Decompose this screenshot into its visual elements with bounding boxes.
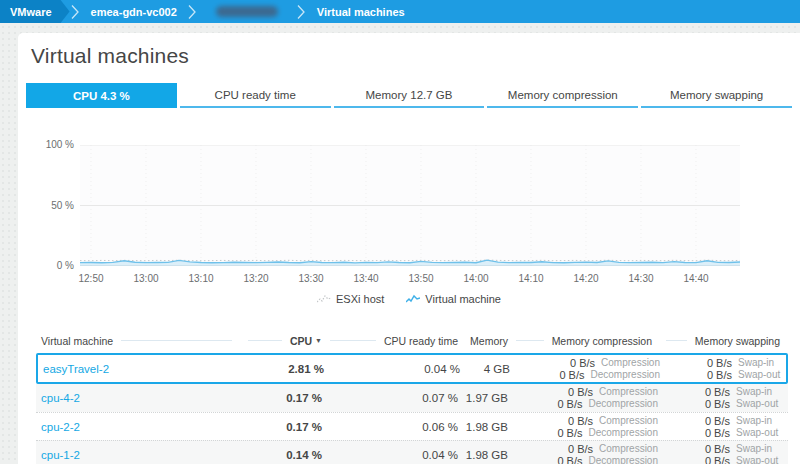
x-axis-tick-label: 14:10 [509,273,553,284]
sort-desc-icon: ▼ [315,337,322,344]
memory-compression-cell: 0 B/sCompression 0 B/sDecompression [510,357,660,381]
memory-swapping-cell: 0 B/sSwap-in 0 B/sSwap-out [658,415,788,439]
column-header-cpu-ready-time[interactable]: CPU ready time [322,333,458,348]
cpu-value: 0.17 % [240,421,322,433]
table-row[interactable]: cpu-2-2 0.17 % 0.06 % 1.98 GB 0 B/sCompr… [36,412,788,440]
chevron-right-icon [71,0,80,23]
tab-memory[interactable]: Memory 12.7 GB [334,83,485,108]
tab-label: Memory 12.7 GB [366,89,453,101]
cpu-value: 0.17 % [240,392,322,404]
chevron-right-icon [188,0,197,23]
legend-label: ESXi host [336,293,384,305]
legend-item-virtual-machine[interactable]: Virtual machine [406,293,501,305]
column-header-memory-compression[interactable]: Memory compression [508,333,658,348]
x-axis-tick-label: 13:10 [179,273,223,284]
y-axis-tick-label: 50 % [24,200,74,211]
breadcrumb-item-vcenter[interactable]: emea-gdn-vc002 [81,0,187,23]
metric-tabs: CPU 4.3 % CPU ready time Memory 12.7 GB … [26,83,792,108]
tab-memory-compression[interactable]: Memory compression [487,83,638,108]
table-row[interactable]: cpu-1-2 0.14 % 0.04 % 1.98 GB 0 B/sCompr… [36,440,788,464]
line-series-icon [406,294,420,304]
cpu-chart-plot[interactable] [80,145,740,266]
x-axis-tick-label: 14:20 [564,273,608,284]
column-header-memory-swapping[interactable]: Memory swapping [658,333,788,348]
tab-memory-swapping[interactable]: Memory swapping [641,83,792,108]
column-header-cpu[interactable]: CPU ▼ [240,333,322,348]
tab-label: Memory swapping [670,89,763,101]
x-axis-tick-label: 13:50 [399,273,443,284]
cpu-ready-value: 0.07 % [322,392,458,404]
table-header-row: Virtual machine CPU ▼ CPU ready time Mem… [36,333,788,348]
legend-item-esxi-host[interactable]: ESXi host [317,293,384,305]
y-axis-tick-label: 100 % [24,139,74,150]
breadcrumb-item-virtual-machines[interactable]: Virtual machines [307,0,415,23]
y-axis-tick-label: 0 % [24,260,74,271]
x-axis-tick-label: 13:40 [344,273,388,284]
memory-swapping-cell: 0 B/sSwap-in 0 B/sSwap-out [660,357,790,381]
chart-legend: ESXi host Virtual machine [18,293,800,305]
column-header-memory[interactable]: Memory [458,333,508,348]
tab-label: CPU 4.3 % [73,90,130,102]
page-title: Virtual machines [31,44,189,68]
breadcrumb-label: VMware [10,6,52,18]
breadcrumb-label: emea-gdn-vc002 [91,6,177,18]
memory-value: 1.98 GB [458,421,508,433]
x-axis-tick-label: 14:30 [619,273,663,284]
memory-value: 1.98 GB [458,449,508,461]
tab-label: Memory compression [508,89,618,101]
cpu-ready-value: 0.06 % [322,421,458,433]
memory-swapping-cell: 0 B/sSwap-in 0 B/sSwap-out [658,443,788,464]
x-axis-labels: 12:5013:0013:1013:2013:3013:4013:5014:00… [80,273,740,287]
vm-name-link[interactable]: cpu-1-2 [36,449,240,461]
cpu-value: 2.81 % [242,363,324,375]
dotted-line-series-icon [317,294,331,304]
x-axis-tick-label: 13:20 [234,273,278,284]
memory-compression-cell: 0 B/sCompression 0 B/sDecompression [508,415,658,439]
redacted-text-blur [216,6,278,17]
tab-cpu-ready-time[interactable]: CPU ready time [180,83,331,108]
breadcrumb-item-vmware[interactable]: VMware [0,0,70,23]
x-axis-tick-label: 13:30 [289,273,333,284]
memory-value: 4 GB [460,363,510,375]
x-axis-tick-label: 13:00 [124,273,168,284]
chevron-right-icon [297,0,306,23]
x-axis-tick-label: 14:00 [454,273,498,284]
memory-value: 1.97 GB [458,392,508,404]
memory-swapping-cell: 0 B/sSwap-in 0 B/sSwap-out [658,386,788,410]
memory-compression-cell: 0 B/sCompression 0 B/sDecompression [508,443,658,464]
cpu-ready-value: 0.04 % [324,363,460,375]
table-row[interactable]: easyTravel-2 2.81 % 0.04 % 4 GB 0 B/sCom… [36,353,788,384]
cpu-value: 0.14 % [240,449,322,461]
virtual-machines-table: Virtual machine CPU ▼ CPU ready time Mem… [36,333,788,464]
breadcrumb-label: Virtual machines [317,6,405,18]
content-card: Virtual machines CPU 4.3 % CPU ready tim… [18,33,800,464]
vm-name-link[interactable]: cpu-2-2 [36,421,240,433]
vm-name-link[interactable]: cpu-4-2 [36,392,240,404]
x-axis-tick-label: 14:40 [674,273,718,284]
column-header-virtual-machine[interactable]: Virtual machine [36,333,240,348]
legend-label: Virtual machine [425,293,501,305]
tab-cpu[interactable]: CPU 4.3 % [26,83,177,108]
tab-label: CPU ready time [215,89,296,101]
cpu-usage-chart: 100 % 50 % 0 % 12:5013:0013:1013:2013:30… [18,121,800,321]
vm-name-link[interactable]: easyTravel-2 [38,363,242,375]
table-row[interactable]: cpu-4-2 0.17 % 0.07 % 1.97 GB 0 B/sCompr… [36,384,788,412]
breadcrumb: VMware emea-gdn-vc002 Virtual machines [0,0,800,23]
cpu-ready-value: 0.04 % [322,449,458,461]
memory-compression-cell: 0 B/sCompression 0 B/sDecompression [508,386,658,410]
breadcrumb-item-redacted[interactable] [198,0,296,23]
x-axis-tick-label: 12:50 [69,273,113,284]
